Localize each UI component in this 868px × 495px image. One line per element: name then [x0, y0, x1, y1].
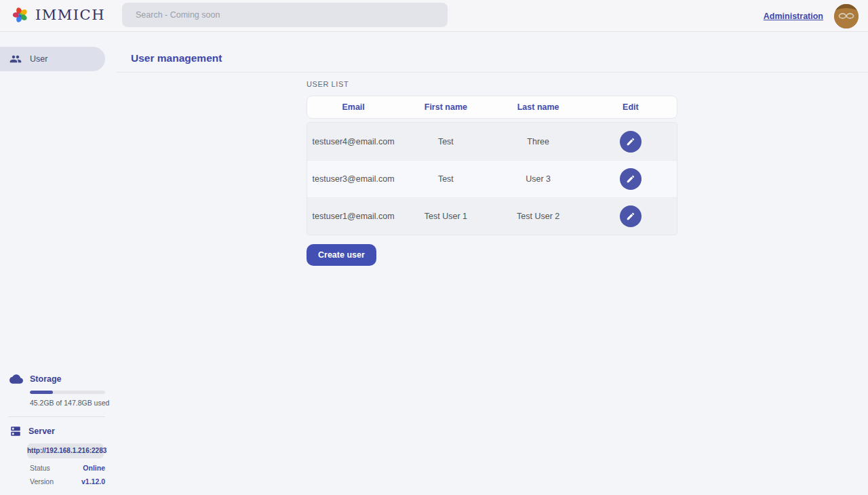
- cell-email: testuser1@email.com: [307, 212, 399, 221]
- server-url-badge: http://192.168.1.216:2283: [27, 443, 104, 458]
- storage-usage-text: 45.2GB of 147.8GB used: [30, 399, 115, 407]
- administration-link[interactable]: Administration: [764, 12, 823, 21]
- table-row: testuser4@email.com Test Three: [307, 123, 677, 160]
- cell-last-name: User 3: [492, 174, 585, 184]
- pencil-icon: [626, 212, 635, 221]
- table-header-row: Email First name Last name Edit: [307, 96, 677, 119]
- cell-email: testuser4@email.com: [307, 137, 399, 146]
- cloud-icon: [9, 372, 23, 386]
- column-header-email: Email: [307, 102, 399, 112]
- version-value: v1.12.0: [81, 477, 105, 486]
- header-right: Administration: [764, 0, 859, 32]
- user-avatar[interactable]: [834, 4, 859, 28]
- cell-email: testuser3@email.com: [307, 174, 399, 184]
- server-section-header: Server: [9, 425, 115, 437]
- immich-admin-app: IMMICH Administration User: [0, 0, 868, 495]
- server-rack-icon: [9, 425, 22, 437]
- cell-last-name: Three: [492, 137, 585, 146]
- immich-flower-icon: [11, 5, 30, 24]
- server-status-row: Status Online: [30, 464, 105, 472]
- edit-user-button[interactable]: [620, 168, 642, 190]
- table-row: testuser1@email.com Test User 1 Test Use…: [307, 197, 677, 235]
- app-header: IMMICH Administration: [0, 0, 868, 32]
- users-icon: [9, 53, 22, 65]
- column-header-first-name: First name: [399, 102, 492, 112]
- sidebar-footer: Storage 45.2GB of 147.8GB used Server ht…: [0, 372, 115, 495]
- status-value: Online: [83, 464, 105, 472]
- cell-first-name: Test User 1: [399, 212, 492, 221]
- create-user-button[interactable]: Create user: [307, 244, 376, 266]
- cell-first-name: Test: [399, 174, 492, 184]
- pencil-icon: [626, 137, 635, 146]
- page-title: User management: [131, 52, 222, 64]
- status-label: Status: [30, 464, 50, 472]
- version-label: Version: [30, 477, 54, 486]
- main-content: User management USER LIST Email First na…: [115, 33, 868, 495]
- server-version-row: Version v1.12.0: [30, 477, 105, 486]
- storage-title: Storage: [30, 374, 62, 384]
- user-list-label: USER LIST: [307, 80, 677, 88]
- edit-user-button[interactable]: [620, 205, 642, 227]
- edit-user-button[interactable]: [620, 131, 642, 153]
- sidebar-item-user[interactable]: User: [0, 47, 105, 71]
- cell-first-name: Test: [399, 137, 492, 146]
- app-logo[interactable]: IMMICH: [11, 5, 105, 24]
- table-row: testuser3@email.com Test User 3: [307, 160, 677, 197]
- pencil-icon: [626, 174, 635, 184]
- server-title: Server: [28, 427, 55, 436]
- user-table: Email First name Last name Edit testuser…: [307, 96, 677, 235]
- user-management-panel: USER LIST Email First name Last name Edi…: [307, 33, 677, 266]
- cell-last-name: Test User 2: [492, 212, 585, 221]
- storage-section-header: Storage: [9, 372, 115, 386]
- column-header-edit: Edit: [585, 102, 677, 112]
- sidebar: User Storage 45.2GB of 147.8GB used Serv…: [0, 33, 115, 495]
- sidebar-divider: [8, 416, 105, 417]
- sidebar-item-user-label: User: [30, 54, 47, 64]
- column-header-last-name: Last name: [492, 102, 585, 112]
- table-body: testuser4@email.com Test Three t: [307, 122, 677, 235]
- avatar-photo: [834, 4, 859, 28]
- storage-progress-bar: [30, 391, 105, 394]
- search-input[interactable]: [122, 3, 448, 27]
- storage-progress-fill: [30, 391, 53, 394]
- app-name: IMMICH: [35, 7, 105, 23]
